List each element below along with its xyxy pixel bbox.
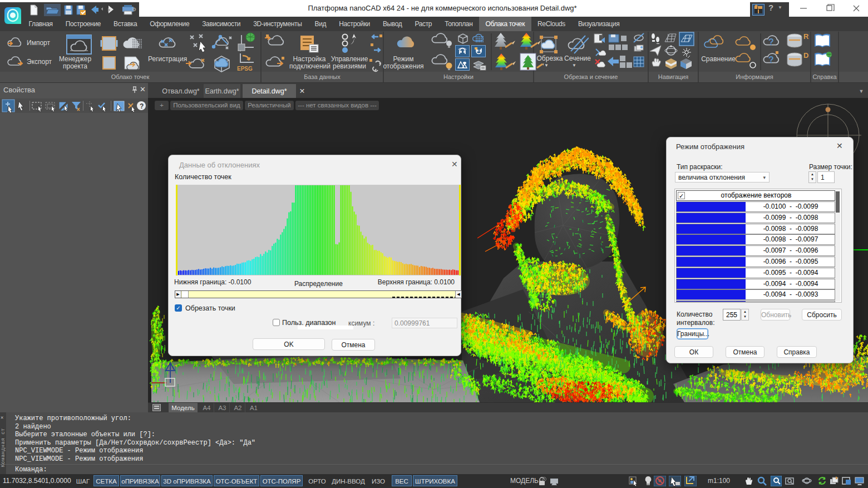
svg-text:D: D — [803, 51, 808, 60]
svg-text:?: ? — [768, 37, 774, 47]
svg-text:?: ? — [768, 55, 774, 65]
svg-text:R: R — [803, 32, 809, 41]
svg-text:?: ? — [140, 102, 144, 110]
